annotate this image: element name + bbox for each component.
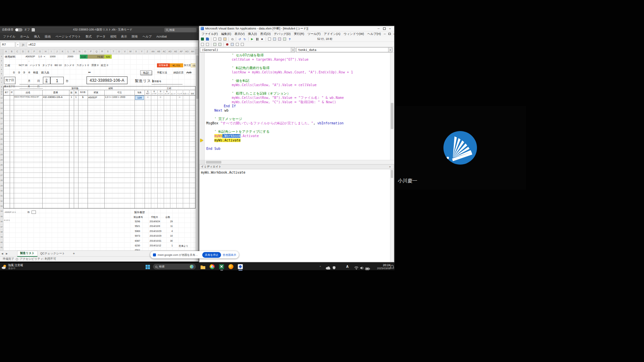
object-browser-icon[interactable]	[282, 37, 287, 41]
name-box[interactable]: R7	[0, 42, 15, 47]
close-button[interactable]: ×	[387, 27, 393, 31]
file-explorer-icon[interactable]	[200, 264, 206, 270]
redo-icon[interactable]: ↻	[243, 37, 247, 41]
rate-cell[interactable]: 0.02	[80, 55, 88, 59]
outdent-icon[interactable]	[205, 42, 210, 46]
column-header[interactable]: U	[116, 49, 122, 54]
battery-icon[interactable]	[365, 265, 370, 272]
extra-checkbox[interactable]	[32, 210, 36, 214]
units-cell[interactable]: 1	[50, 77, 64, 84]
vba-menu-item[interactable]: アドイン(A)	[322, 32, 342, 36]
add-sheet-button[interactable]: +	[73, 252, 75, 255]
bookmark-icon[interactable]	[230, 42, 234, 46]
column-header[interactable]: Q	[94, 49, 100, 54]
ime-indicator[interactable]: A	[346, 265, 348, 268]
row-header[interactable]: 23	[0, 152, 3, 157]
row-header[interactable]: 21	[0, 142, 3, 147]
column-header[interactable]: AC	[162, 49, 167, 54]
code-vertical-scrollbar[interactable]	[390, 53, 394, 160]
immediate-window[interactable]: myWs.Workbook.Activate	[199, 169, 394, 262]
row-header[interactable]: 37	[0, 225, 3, 230]
row-header[interactable]: 7	[0, 80, 3, 85]
column-header[interactable]: P	[88, 49, 94, 54]
column-header[interactable]: A	[3, 49, 9, 54]
row-header[interactable]: 34	[0, 209, 3, 214]
column-header[interactable]: M	[71, 49, 77, 54]
taskbar-search[interactable]: 検索	[153, 264, 196, 269]
volume-icon[interactable]	[360, 265, 364, 271]
unit-price-label-cell[interactable]: 目安単価	[157, 63, 170, 67]
paste-icon[interactable]	[223, 37, 227, 41]
size-cell[interactable]: 1.0 t × 1000 × 2000	[105, 96, 125, 98]
help-icon[interactable]: ?	[287, 37, 292, 41]
breakpoint-icon[interactable]	[225, 42, 229, 46]
fullscreen-link[interactable]: 全画面表示	[223, 253, 236, 257]
item-name-cell[interactable]: ANDCK FRONT-PANEL MIDDLE BIT	[14, 96, 39, 98]
security-shield-icon[interactable]	[332, 265, 336, 271]
row-header[interactable]: 24	[0, 158, 3, 163]
column-header[interactable]: AB	[156, 49, 162, 54]
procedure-dropdown[interactable]: tenki_data ▼	[296, 47, 392, 52]
code-line[interactable]: myWs.Cells(lastRow, "A").Value = cellVal…	[205, 83, 390, 87]
vba-menu-item[interactable]: ウィンドウ(W)	[342, 32, 366, 36]
vba-menu-item[interactable]: 表示(V)	[233, 32, 246, 36]
ribbon-tab[interactable]: 数式	[83, 33, 94, 40]
fee-cell[interactable]: 1520	[191, 63, 196, 67]
row-header[interactable]: 8	[0, 85, 3, 89]
code-line[interactable]: ' 完了メッセージ	[205, 117, 390, 121]
row-header[interactable]: 16	[0, 116, 3, 121]
code-line[interactable]: Next wb	[205, 109, 390, 113]
column-header[interactable]: T	[111, 49, 116, 54]
immediate-content[interactable]: myWs.Workbook.Activate	[201, 171, 245, 174]
undo-icon[interactable]: ↺	[237, 37, 242, 41]
ribbon-tab[interactable]: ヘルプ	[140, 33, 154, 40]
drawing-no-cell[interactable]: 432-338983-106-A	[43, 96, 62, 98]
column-header[interactable]: K	[60, 49, 66, 54]
code-line[interactable]: myWs.Workbook.Activate	[205, 134, 390, 138]
code-line[interactable]: ' 処理したことを記録（オプション）	[205, 92, 390, 96]
column-header[interactable]: C	[15, 49, 20, 54]
column-header[interactable]: N	[77, 49, 83, 54]
row-header[interactable]: 39	[0, 235, 3, 240]
code-line[interactable]: ' セルO7の値を取得	[205, 53, 390, 58]
row-header[interactable]: 36	[0, 219, 3, 224]
comment-block-icon[interactable]	[213, 42, 217, 46]
column-header[interactable]: D	[20, 49, 26, 54]
find-icon[interactable]	[230, 37, 234, 41]
sheet-tab-seizo-list[interactable]: 製造リスト	[17, 251, 38, 257]
pause-icon[interactable]	[255, 37, 259, 41]
maximize-button[interactable]	[381, 27, 387, 31]
vba-menu-item[interactable]: ファイル(F)	[200, 32, 219, 36]
row-header[interactable]: 6	[0, 76, 3, 80]
row-header[interactable]: 13	[0, 101, 3, 106]
code-editor[interactable]: ' セルO7の値を取得cellValue = targetWs.Range("O…	[199, 53, 394, 160]
column-header[interactable]: B	[9, 49, 15, 54]
sheet-nav-left-icon[interactable]: ◀	[0, 252, 4, 255]
code-line[interactable]: myWs.Cells(lastRow, "C").Value = "取得日時: …	[205, 100, 390, 105]
height-cell[interactable]: 2000	[67, 55, 73, 58]
ribbon-tab[interactable]: 挿入	[32, 33, 42, 40]
column-header[interactable]: AA	[150, 49, 156, 54]
row-header[interactable]: 17	[0, 121, 3, 126]
ribbon-tab[interactable]: 校閲	[108, 33, 119, 40]
ribbon-tab[interactable]: ページ レイアウト	[53, 33, 83, 40]
copy-icon[interactable]	[218, 37, 222, 41]
view-host-icon[interactable]	[200, 37, 205, 41]
ribbon-tab[interactable]: データ	[94, 33, 108, 40]
row-header[interactable]: 33	[0, 204, 3, 209]
code-line[interactable]: lastRow = myWs.Cells(myWs.Rows.Count, "A…	[205, 70, 390, 75]
start-button[interactable]	[146, 264, 150, 270]
make-qty-cell[interactable]: 1	[78, 96, 88, 99]
row-header[interactable]: 31	[0, 193, 3, 198]
dropdown-arrow-icon[interactable]: ▼	[388, 48, 392, 52]
notification-bell-icon[interactable]	[390, 264, 394, 270]
scrollbar-thumb[interactable]	[391, 103, 393, 129]
row-header[interactable]: 40	[0, 240, 3, 245]
status-accessibility[interactable]: アクセシビリティ: 利用不可	[20, 257, 56, 261]
column-header[interactable]: F	[32, 49, 37, 54]
vba-taskbar-icon[interactable]	[238, 264, 243, 269]
immediate-window-titlebar[interactable]: イミディエイト ×	[199, 164, 394, 169]
row-header[interactable]: 18	[0, 126, 3, 131]
width-cell[interactable]: 1000	[50, 55, 56, 58]
column-header[interactable]: I	[49, 49, 54, 54]
